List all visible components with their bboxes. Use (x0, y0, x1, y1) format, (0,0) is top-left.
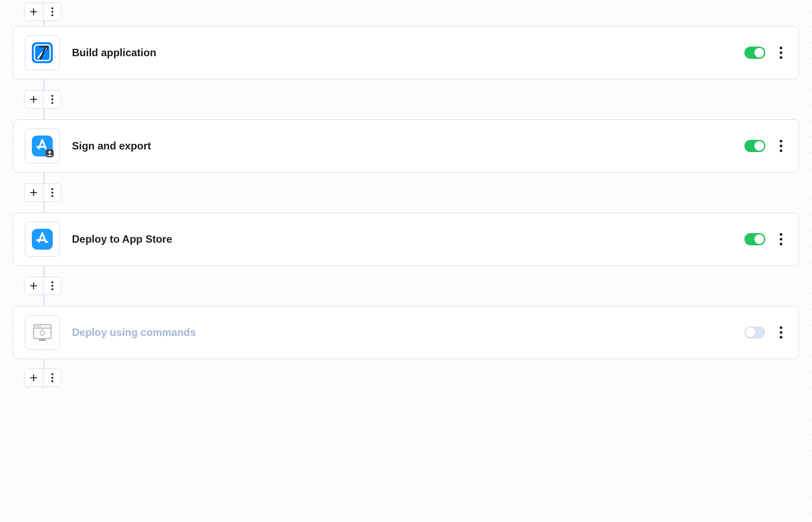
step-enabled-toggle[interactable] (744, 233, 765, 245)
svg-point-37 (51, 377, 53, 379)
plus-icon (29, 95, 38, 104)
appstore-export-icon (30, 134, 55, 158)
step-menu-button[interactable] (775, 44, 787, 61)
plus-icon (29, 188, 38, 197)
svg-point-34 (780, 331, 782, 334)
more-vertical-icon (51, 95, 54, 104)
connector-menu-button[interactable] (43, 184, 61, 201)
svg-point-38 (51, 380, 53, 382)
step-title: Build application (72, 47, 744, 59)
connector-3 (13, 266, 799, 306)
connector-controls (24, 3, 61, 21)
add-step-button[interactable] (24, 3, 43, 20)
step-icon-container (25, 129, 60, 163)
step-title: Deploy using commands (72, 326, 744, 339)
more-vertical-icon (51, 188, 54, 197)
connector-4 (13, 359, 799, 385)
svg-point-20 (780, 233, 782, 236)
plus-icon (29, 373, 38, 382)
plus-icon (29, 281, 38, 290)
svg-point-35 (780, 336, 782, 339)
step-title: Sign and export (72, 140, 744, 152)
step-title: Deploy to App Store (72, 233, 744, 245)
connector-controls (24, 277, 61, 295)
svg-point-16 (51, 188, 53, 190)
svg-point-36 (51, 373, 53, 375)
step-sign[interactable]: Sign and export (13, 119, 799, 173)
terminal-apple-icon (30, 320, 55, 345)
step-enabled-toggle[interactable] (744, 140, 765, 152)
step-menu-button[interactable] (775, 137, 787, 155)
connector-controls (24, 90, 61, 108)
more-vertical-icon (51, 373, 54, 383)
connector-menu-button[interactable] (43, 91, 61, 108)
step-icon-container (25, 315, 60, 350)
svg-point-9 (51, 98, 53, 100)
connector-controls (24, 183, 61, 202)
svg-point-21 (780, 238, 782, 241)
more-vertical-icon (779, 233, 783, 246)
svg-point-18 (51, 195, 53, 197)
step-menu-button[interactable] (775, 324, 787, 341)
step-build[interactable]: Build application (13, 26, 799, 79)
svg-point-15 (780, 149, 782, 152)
more-vertical-icon (779, 46, 783, 59)
svg-point-17 (51, 192, 53, 193)
svg-point-1 (51, 11, 53, 13)
xcode-hammer-icon (30, 41, 55, 65)
svg-point-6 (780, 51, 782, 54)
connector-1 (13, 79, 799, 119)
add-step-button[interactable] (24, 91, 43, 108)
step-enabled-toggle[interactable] (744, 326, 765, 339)
svg-point-13 (780, 140, 782, 142)
svg-rect-32 (41, 339, 43, 340)
connector-menu-button[interactable] (43, 277, 61, 295)
svg-point-22 (780, 243, 782, 245)
svg-point-0 (51, 7, 53, 9)
step-icon-container (25, 35, 60, 70)
more-vertical-icon (51, 281, 54, 291)
add-step-button[interactable] (24, 369, 43, 386)
more-vertical-icon (51, 7, 54, 17)
svg-point-14 (780, 145, 782, 147)
connector-menu-button[interactable] (43, 3, 61, 20)
svg-point-24 (51, 285, 53, 287)
step-enabled-toggle[interactable] (744, 47, 765, 59)
more-vertical-icon (779, 326, 783, 339)
svg-point-28 (35, 326, 37, 327)
connector-controls (24, 369, 61, 387)
svg-point-33 (780, 326, 782, 329)
svg-point-25 (51, 288, 53, 290)
svg-point-2 (51, 14, 53, 16)
svg-point-7 (780, 56, 782, 59)
svg-point-29 (38, 326, 39, 327)
connector-2 (13, 173, 799, 213)
svg-point-8 (51, 95, 53, 97)
plus-icon (29, 7, 38, 16)
svg-point-30 (40, 326, 41, 327)
svg-point-23 (51, 281, 53, 283)
more-vertical-icon (779, 139, 783, 153)
step-deploy[interactable]: Deploy to App Store (13, 213, 799, 266)
step-menu-button[interactable] (775, 230, 787, 248)
svg-point-10 (51, 102, 53, 104)
add-step-button[interactable] (24, 277, 43, 295)
step-icon-container (25, 222, 60, 257)
step-cmd[interactable]: Deploy using commands (13, 306, 799, 359)
appstore-icon (30, 227, 55, 251)
connector-menu-button[interactable] (43, 369, 61, 386)
add-step-button[interactable] (24, 184, 43, 201)
connector-0 (13, 0, 799, 26)
svg-point-5 (780, 47, 782, 49)
pipeline: Build application Sign and export (0, 0, 812, 385)
